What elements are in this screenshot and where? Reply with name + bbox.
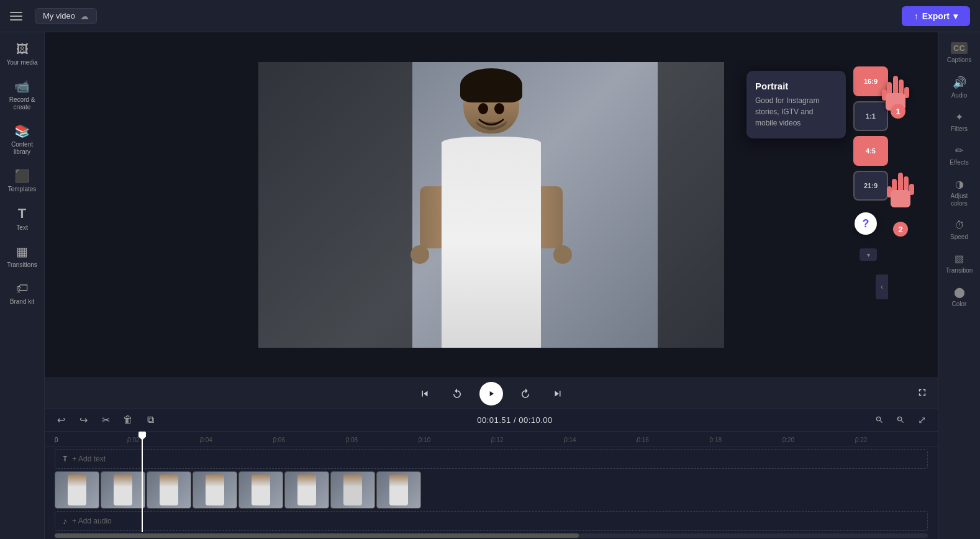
color-icon: ⬤ (954, 286, 965, 298)
video-thumb-inner-4 (193, 472, 237, 508)
play-pause-button[interactable] (479, 382, 503, 405)
audio-track[interactable]: ♪ + Add audio (55, 511, 928, 531)
timeline-ruler: 0 0:02 0:04 0:06 0:08 0:10 0:12 0:14 0:1… (45, 432, 938, 446)
hamburger-menu[interactable] (10, 7, 27, 25)
expand-timeline-button[interactable]: ⤢ (913, 411, 930, 428)
sidebar-item-content-library[interactable]: 📚 Contentlibrary (2, 119, 42, 161)
undo-button[interactable]: ↩ (52, 411, 70, 428)
help-button[interactable]: ? (855, 212, 877, 235)
export-button[interactable]: ↑ Export ▾ (902, 6, 970, 26)
audio-icon: 🔊 (953, 76, 966, 89)
total-time: 00:10.00 (519, 415, 553, 425)
text-track[interactable]: T + Add text (55, 449, 928, 469)
captions-label: Captions (947, 57, 971, 63)
fist-right (553, 245, 572, 264)
video-thumb-inner-3 (147, 472, 191, 508)
thumb-person-5 (252, 474, 270, 505)
sidebar-item-transitions[interactable]: ▦ Transitions (2, 239, 42, 274)
duplicate-button[interactable]: ⧉ (142, 411, 159, 428)
ruler-mark-0: 0 (55, 437, 127, 443)
person-head (463, 75, 519, 134)
scroll-down-button[interactable]: ▾ (860, 248, 877, 261)
skip-end-icon (552, 388, 563, 399)
preview-canvas (258, 62, 724, 348)
transition-label: Transition (946, 267, 973, 274)
speed-icon: ⏱ (955, 220, 964, 231)
sidebar-item-effects[interactable]: ✏ Effects (941, 140, 978, 171)
redo-button[interactable]: ↪ (75, 411, 92, 428)
sidebar-item-brand-kit[interactable]: 🏷 Brand kit (2, 276, 42, 310)
timeline-toolbar: ↩ ↪ ✂ 🗑 ⧉ 00:01.51 / 00:10.00 (45, 409, 938, 432)
zoom-out-button[interactable] (871, 411, 888, 428)
zoom-out-icon (875, 415, 884, 424)
badge-number-2: 2 (893, 222, 908, 237)
timeline-scrollbar[interactable] (55, 533, 928, 538)
sidebar-item-label-record: Record &create (9, 96, 35, 111)
video-thumb-inner-7 (331, 472, 374, 508)
collapse-panel-button[interactable]: ‹ (876, 274, 888, 299)
video-title-text: My video (43, 11, 75, 20)
thumb-person-6 (297, 474, 316, 505)
play-icon (487, 389, 496, 398)
sidebar-item-speed[interactable]: ⏱ Speed (941, 215, 978, 245)
fullscreen-button[interactable] (917, 387, 928, 401)
video-thumb-inner-6 (285, 472, 329, 508)
sidebar-item-audio[interactable]: 🔊 Audio (941, 71, 978, 104)
cut-button[interactable]: ✂ (97, 411, 114, 428)
aspect-ratio-tooltip: Portrait Good for Instagram stories, IGT… (746, 71, 846, 138)
sidebar-item-captions[interactable]: CC Captions (941, 37, 978, 68)
ruler-mark-9: 0:18 (710, 437, 783, 443)
thumb-person-3 (160, 474, 178, 505)
audio-track-icon: ♪ (63, 516, 67, 526)
forward-button[interactable] (515, 384, 535, 404)
sidebar-item-templates[interactable]: ⬛ Templates (2, 163, 42, 198)
adjust-colors-label: Adjustcolors (951, 192, 968, 207)
person-face-svg (463, 75, 519, 134)
sidebar-item-adjust-colors[interactable]: ◑ Adjustcolors (941, 173, 978, 212)
sidebar-item-label-brand-kit: Brand kit (10, 298, 34, 306)
rewind-button[interactable] (447, 384, 467, 404)
audio-label: Audio (951, 92, 968, 99)
effects-icon: ✏ (955, 145, 963, 156)
badge-number-1: 1 (891, 104, 905, 119)
sidebar-item-label-content-library: Contentlibrary (11, 141, 33, 156)
sidebar-item-filters[interactable]: ✦ Filters (941, 106, 978, 137)
preview-overlay-left (258, 62, 412, 348)
timeline-content: 0 0:02 0:04 0:06 0:08 0:10 0:12 0:14 0:1… (45, 432, 938, 532)
ruler-mark-6: 0:12 (491, 437, 564, 443)
fist-left (411, 245, 429, 264)
your-media-icon: 🖼 (16, 42, 29, 57)
video-thumb-4 (193, 471, 237, 509)
ruler-mark-7: 0:14 (564, 437, 637, 443)
timeline-scrollbar-thumb (55, 533, 579, 538)
zoom-in-button[interactable] (892, 411, 909, 428)
delete-button[interactable]: 🗑 (119, 411, 137, 428)
aspect-ratio-4-5-button[interactable]: 4:5 (853, 136, 888, 166)
skip-to-start-button[interactable] (415, 384, 435, 404)
right-sidebar: CC Captions 🔊 Audio ✦ Filters ✏ Effects … (938, 32, 980, 539)
sidebar-item-text[interactable]: T Text (2, 201, 42, 237)
record-icon: 📹 (14, 79, 30, 94)
brand-kit-icon: 🏷 (16, 281, 29, 296)
thumb-person-2 (114, 474, 132, 505)
topbar: My video ☁ ↑ Export ▾ (0, 0, 980, 32)
video-thumb-inner-8 (377, 472, 420, 508)
sidebar-item-transition[interactable]: ▧ Transition (941, 248, 978, 279)
video-preview: Portrait Good for Instagram stories, IGT… (45, 32, 938, 378)
adjust-colors-icon: ◑ (955, 178, 964, 190)
tooltip-title: Portrait (755, 81, 837, 91)
video-thumb-inner-1 (55, 472, 99, 508)
sidebar-item-your-media[interactable]: 🖼 Your media (2, 37, 42, 71)
sidebar-item-record[interactable]: 📹 Record &create (2, 74, 42, 116)
sidebar-item-color[interactable]: ⬤ Color (941, 281, 978, 312)
main-area: 🖼 Your media 📹 Record &create 📚 Contentl… (0, 32, 980, 539)
video-thumb-2 (101, 471, 145, 509)
video-track (55, 471, 938, 509)
filters-icon: ✦ (955, 111, 963, 123)
skip-start-icon (419, 388, 430, 399)
thumb-person-1 (68, 474, 86, 505)
skip-to-end-button[interactable] (548, 384, 568, 404)
video-title[interactable]: My video ☁ (35, 8, 97, 24)
video-thumb-inner-5 (239, 472, 283, 508)
ruler-mark-3: 0:06 (273, 437, 346, 443)
